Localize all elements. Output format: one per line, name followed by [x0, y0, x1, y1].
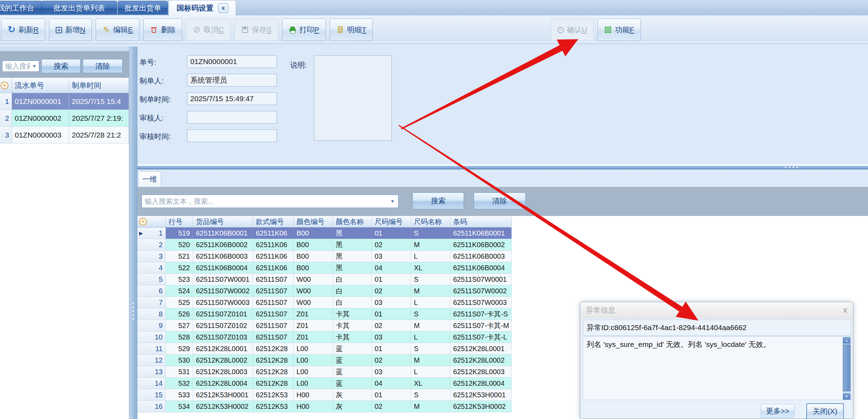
table-row[interactable]: 1453262512K28L000462512K28L00蓝04XL62512K… — [137, 378, 512, 389]
left-search-input[interactable] — [2, 61, 39, 72]
table-row[interactable]: 1653462512K53H000262512K53H00灰02M62512K5… — [137, 401, 512, 412]
vertical-splitter[interactable] — [129, 47, 137, 419]
horizontal-splitter[interactable] — [137, 166, 868, 169]
grid-cell[interactable]: 62511S07W0001 — [193, 274, 253, 285]
grid-cell[interactable]: 62511S07-卡其-M — [450, 320, 512, 331]
grid-cell[interactable]: 62511K06B0001 — [193, 228, 253, 239]
grid-cell[interactable]: 62511K06 — [253, 251, 294, 262]
grid-cell[interactable]: 02 — [372, 239, 411, 251]
grid-cell[interactable]: 黑 — [333, 262, 372, 274]
toolbar-delete-button[interactable]: 删除 — [143, 19, 182, 41]
grid-cell[interactable]: 62512K28 — [253, 355, 294, 366]
grid-cell[interactable]: 62512K28L0002 — [450, 355, 512, 366]
grid-column-header[interactable]: 行号 — [166, 216, 193, 227]
form-field-3[interactable]: 2025/7/15 15:49:47 — [187, 92, 277, 105]
grid-cell[interactable]: 03 — [372, 331, 411, 343]
grid-cell[interactable]: 蓝 — [333, 355, 372, 366]
grid-cell[interactable]: 62512K28L0001 — [450, 343, 512, 355]
grid-cell[interactable]: 62511K06B0003 — [450, 251, 512, 262]
grid-cell[interactable]: M — [411, 285, 450, 297]
tab-one-dimension[interactable]: 一维 — [138, 171, 161, 187]
list-cell[interactable]: 2025/7/15 15:4 — [69, 93, 129, 110]
grid-cell[interactable]: 525 — [166, 297, 193, 308]
grid-cell[interactable]: M — [411, 401, 450, 412]
grid-cell[interactable]: 521 — [166, 251, 193, 262]
grid-cell[interactable]: 531 — [166, 366, 193, 378]
add-row-icon[interactable]: + — [139, 218, 147, 225]
grid-cell[interactable]: 62511S07-卡其-S — [450, 308, 512, 320]
table-row[interactable]: 952762511S07Z010262511S07Z01卡其02M62511S0… — [137, 320, 512, 331]
form-field-1[interactable]: 01ZN0000001 — [187, 55, 277, 68]
grid-cell[interactable]: 62511K06B0004 — [193, 262, 253, 274]
grid-cell[interactable]: 532 — [166, 378, 193, 389]
grid-column-header[interactable]: 尺码名称 — [411, 216, 450, 227]
grid-cell[interactable]: 蓝 — [333, 343, 372, 355]
grid-cell[interactable]: 62511K06B0001 — [450, 228, 512, 239]
grid-cell[interactable]: 533 — [166, 389, 193, 401]
table-row[interactable]: 652462511S07W000262511S07W00白02M62511S07… — [137, 285, 512, 297]
table-row[interactable]: 1553362512K53H000162512K53H00灰01S62512K5… — [137, 389, 512, 401]
list-cell[interactable]: 2025/7/27 2:19: — [69, 110, 129, 127]
grid-cell[interactable]: 62511S07W0003 — [450, 297, 512, 308]
grid-cell[interactable]: M — [411, 355, 450, 366]
form-field-5[interactable] — [187, 130, 277, 142]
grid-cell[interactable]: 蓝 — [333, 366, 372, 378]
table-row[interactable]: 852662511S07Z010162511S07Z01卡其01S62511S0… — [137, 308, 512, 320]
grid-cell[interactable]: 02 — [372, 320, 411, 331]
grid-cell[interactable]: 卡其 — [333, 320, 372, 331]
toolbar-refresh-button[interactable]: ↻刷新R — [1, 19, 45, 41]
detail-search-button[interactable]: 搜索 — [412, 193, 464, 209]
grid-column-header[interactable]: 款式编号 — [253, 216, 294, 227]
detail-search-input[interactable] — [142, 195, 398, 208]
left-list-column-header[interactable]: 制单时间 — [69, 78, 129, 93]
grid-cell[interactable]: 62511K06B0004 — [450, 262, 512, 274]
grid-cell[interactable]: 527 — [166, 320, 193, 331]
grid-cell[interactable]: L00 — [294, 378, 333, 389]
grid-cell[interactable]: 黑 — [333, 228, 372, 239]
grid-cell[interactable]: 白 — [333, 274, 372, 285]
grid-cell[interactable]: 62512K53 — [253, 401, 294, 412]
grid-cell[interactable]: 62512K53H0002 — [450, 401, 512, 412]
add-row-icon[interactable]: + — [1, 82, 8, 89]
grid-cell[interactable]: Z01 — [294, 331, 333, 343]
grid-column-header[interactable]: 颜色编号 — [294, 216, 333, 227]
grid-cell[interactable]: B00 — [294, 251, 333, 262]
grid-cell[interactable]: 62512K28L0003 — [193, 366, 253, 378]
grid-cell[interactable]: 62511K06B0002 — [450, 239, 512, 251]
tab-3[interactable]: 批发出货单 — [118, 1, 168, 15]
grid-cell[interactable]: H00 — [294, 401, 333, 412]
grid-cell[interactable]: M — [411, 320, 450, 331]
grid-cell[interactable]: 524 — [166, 285, 193, 297]
toolbar-edit-button[interactable]: ✎编辑E — [96, 19, 139, 41]
table-row[interactable]: 252062511K06B000262511K06B00黑02M62511K06… — [137, 239, 512, 251]
grid-cell[interactable]: W00 — [294, 274, 333, 285]
grid-cell[interactable]: 卡其 — [333, 331, 372, 343]
grid-cell[interactable]: 黑 — [333, 251, 372, 262]
grid-column-header[interactable]: 货品编号 — [193, 216, 253, 227]
grid-cell[interactable]: 黑 — [333, 239, 372, 251]
left-clear-button[interactable]: 清除 — [83, 59, 123, 73]
grid-cell[interactable]: 62511S07 — [253, 274, 294, 285]
dialog-title-bar[interactable]: 异常信息 x — [580, 302, 853, 318]
left-list-column-header[interactable]: 流水单号 — [12, 78, 69, 93]
grid-cell[interactable]: 62512K28 — [253, 366, 294, 378]
grid-cell[interactable]: 62511K06B0002 — [193, 239, 253, 251]
grid-cell[interactable]: 62512K28L0001 — [193, 343, 253, 355]
grid-cell[interactable]: 529 — [166, 343, 193, 355]
grid-cell[interactable]: 62511S07W0001 — [450, 274, 512, 285]
grid-cell[interactable]: L00 — [294, 366, 333, 378]
grid-cell[interactable]: 526 — [166, 308, 193, 320]
table-row[interactable]: 752562511S07W000362511S07W00白03L62511S07… — [137, 297, 512, 308]
grid-column-header[interactable]: 尺码编号 — [372, 216, 411, 227]
grid-cell[interactable]: W00 — [294, 285, 333, 297]
grid-column-header[interactable]: 颜色名称 — [333, 216, 372, 227]
grid-cell[interactable]: 62511S07W0003 — [193, 297, 253, 308]
scrollbar-thumb[interactable] — [843, 344, 850, 391]
grid-cell[interactable]: 01 — [372, 228, 411, 239]
grid-cell[interactable]: L — [411, 297, 450, 308]
grid-cell[interactable]: 白 — [333, 297, 372, 308]
grid-cell[interactable]: S — [411, 274, 450, 285]
grid-cell[interactable]: XL — [411, 262, 450, 274]
tab-1[interactable]: 我的工作台 — [0, 1, 42, 15]
toolbar-add-button[interactable]: +新增N — [49, 19, 92, 41]
